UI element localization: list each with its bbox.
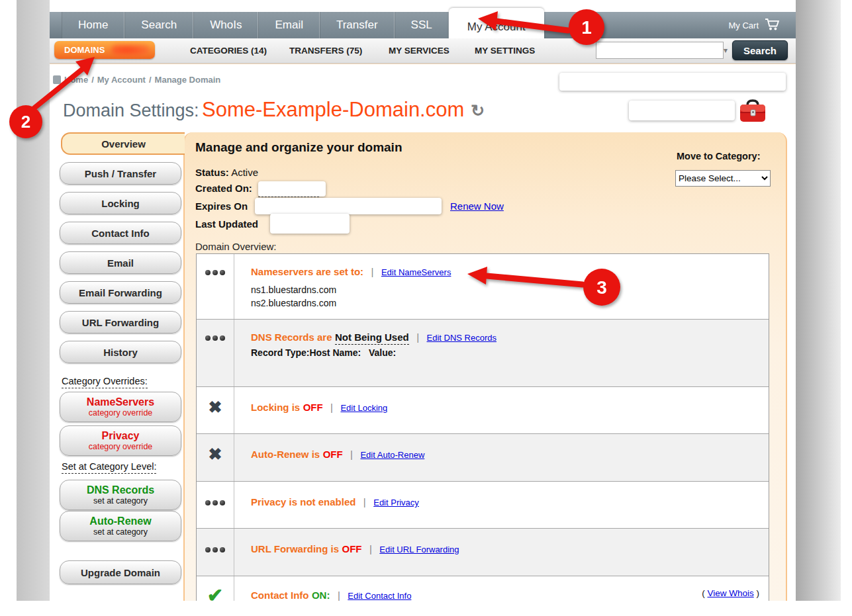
redaction-box [255, 198, 442, 214]
dns-record-columns: Record Type:Host Name: Value: [251, 347, 759, 358]
subnav-item-categories[interactable]: CATEGORIES (14) [190, 46, 267, 56]
sidebar-category-auto-renew[interactable]: Auto-Renew set at category [60, 511, 181, 541]
x-mark-icon: ✖ [209, 398, 222, 417]
tab-whois[interactable]: WhoIs [193, 12, 258, 38]
page-title-prefix: Domain Settings: [63, 101, 199, 120]
sidebar-tab-url-forwarding[interactable]: URL Forwarding [60, 311, 181, 333]
last-updated-line: Last Updated [195, 218, 258, 230]
separator: | [363, 496, 366, 507]
breadcrumb-manage-domain: Manage Domain [155, 75, 221, 85]
breadcrumb-page-icon [53, 75, 61, 84]
row-title: Locking is [251, 402, 300, 413]
tab-email[interactable]: Email [258, 12, 320, 38]
sidebar-tab-locking[interactable]: Locking [60, 192, 181, 214]
category-title: DNS Records [87, 485, 154, 496]
edit-url-forwarding-link[interactable]: Edit URL Forwarding [379, 545, 459, 554]
category-sub: set at category [93, 528, 148, 537]
nameserver-2: ns2.bluestardns.com [251, 296, 759, 310]
table-row-url-forwarding: URL Forwarding is OFF | Edit URL Forward… [197, 529, 769, 576]
domains-count-redaction [111, 44, 150, 56]
separator: | [416, 331, 419, 343]
account-sub-navigation: DOMAINS CATEGORIES (14) TRANSFERS (75) M… [50, 38, 796, 64]
category-title: Auto-Renew [89, 516, 151, 527]
edit-privacy-link[interactable]: Edit Privacy [373, 498, 419, 507]
tab-transfer[interactable]: Transfer [320, 12, 395, 38]
cart-icon [764, 18, 781, 33]
sidebar-tab-overview[interactable]: Overview [61, 132, 185, 155]
domain-overview-label: Domain Overview: [195, 241, 277, 252]
override-title: NameServers [87, 397, 154, 408]
top-navigation: Home Search WhoIs Email Transfer SSL My … [50, 12, 796, 39]
chevron-down-icon[interactable]: ▾ [718, 46, 733, 55]
renew-now-link[interactable]: Renew Now [450, 200, 504, 212]
view-whois-link[interactable]: View Whois [707, 588, 753, 598]
row-title: URL Forwarding is [251, 543, 339, 554]
sidebar-override-privacy[interactable]: Privacy category override [60, 425, 181, 456]
subnav-item-my-settings[interactable]: MY SETTINGS [475, 46, 535, 56]
breadcrumb-separator: / [91, 75, 94, 85]
sidebar-tab-email[interactable]: Email [60, 251, 181, 274]
sidebar-tab-contact-info[interactable]: Contact Info [60, 222, 181, 244]
separator: | [338, 590, 340, 601]
tab-search[interactable]: Search [124, 12, 193, 38]
x-mark-icon: ✖ [209, 445, 222, 464]
view-whois-wrap: ( View Whois ) [702, 588, 759, 598]
tab-my-account[interactable]: My Account [449, 8, 544, 42]
tab-home[interactable]: Home [62, 12, 124, 38]
sidebar-tab-history[interactable]: History [60, 341, 181, 363]
subnav-item-transfers[interactable]: TRANSFERS (75) [289, 46, 362, 56]
redaction-box [629, 101, 735, 120]
edit-contact-info-link[interactable]: Edit Contact Info [348, 591, 411, 601]
domains-label: DOMAINS [64, 45, 105, 55]
separator: | [369, 543, 372, 554]
row-title: Privacy is not enabled [251, 496, 355, 507]
refresh-icon[interactable]: ↻ [471, 101, 485, 120]
tab-ssl[interactable]: SSL [395, 12, 449, 38]
screen: Home Search WhoIs Email Transfer SSL My … [0, 0, 852, 616]
table-row-privacy: Privacy is not enabled | Edit Privacy [197, 482, 769, 529]
move-to-category-select[interactable]: Please Select... [675, 170, 771, 187]
table-row-auto-renew: ✖ Auto-Renew is OFF | Edit Auto-Renew [197, 434, 769, 482]
status-value: Active [231, 167, 258, 178]
set-at-category-heading: Set at Category Level: [62, 461, 156, 472]
edit-nameservers-link[interactable]: Edit NameServers [381, 267, 451, 277]
toolbox-icon[interactable] [737, 97, 769, 128]
move-to-category-label: Move to Category: [677, 151, 761, 161]
row-title: Auto-Renew is [251, 449, 320, 460]
status-line: Status: Active [195, 167, 258, 178]
status-label: Status: [195, 167, 229, 178]
override-title: Privacy [102, 431, 140, 441]
domain-search-input[interactable] [599, 43, 718, 58]
sidebar-override-nameservers[interactable]: NameServers category override [60, 392, 181, 422]
sidebar-category-dns-records[interactable]: DNS Records set at category [60, 480, 181, 510]
upgrade-domain-button[interactable]: Upgrade Domain [60, 560, 181, 584]
override-sub: category override [89, 409, 153, 418]
row-status: OFF [323, 449, 343, 460]
sidebar-tab-email-forwarding[interactable]: Email Forwarding [60, 281, 181, 304]
row-status-dashed: Not Being Used [335, 331, 409, 345]
edit-locking-link[interactable]: Edit Locking [340, 403, 387, 413]
my-cart-button[interactable]: My Cart [729, 12, 782, 38]
created-line: Created On: [195, 183, 252, 194]
breadcrumb: Home/My Account/Manage Domain [64, 75, 220, 85]
right-gutter [796, 0, 841, 601]
row-status: ON: [312, 590, 330, 601]
table-row-dns-records: DNS Records are Not Being Used | Edit DN… [197, 320, 769, 387]
row-title: Nameservers are set to: [251, 266, 363, 277]
sidebar-tab-push-transfer[interactable]: Push / Transfer [60, 162, 181, 185]
subnav-item-domains[interactable]: DOMAINS [54, 41, 155, 59]
redaction-box [270, 214, 350, 234]
subnav-item-my-services[interactable]: MY SERVICES [389, 46, 450, 56]
edit-auto-renew-link[interactable]: Edit Auto-Renew [360, 450, 424, 460]
separator: | [371, 266, 374, 277]
page-title-domain: Some-Example-Domain.com [202, 98, 464, 121]
table-row-nameservers: Nameservers are set to: | Edit NameServe… [197, 254, 769, 320]
breadcrumb-my-account[interactable]: My Account [97, 75, 146, 85]
search-button[interactable]: Search [732, 40, 788, 60]
edit-dns-records-link[interactable]: Edit DNS Records [427, 333, 497, 343]
domain-search-combobox[interactable]: ▾ [596, 42, 724, 59]
breadcrumb-home[interactable]: Home [64, 75, 88, 85]
options-dots-icon [205, 547, 225, 552]
nameserver-1: ns1.bluestardns.com [251, 283, 759, 296]
redaction-box [559, 73, 786, 91]
